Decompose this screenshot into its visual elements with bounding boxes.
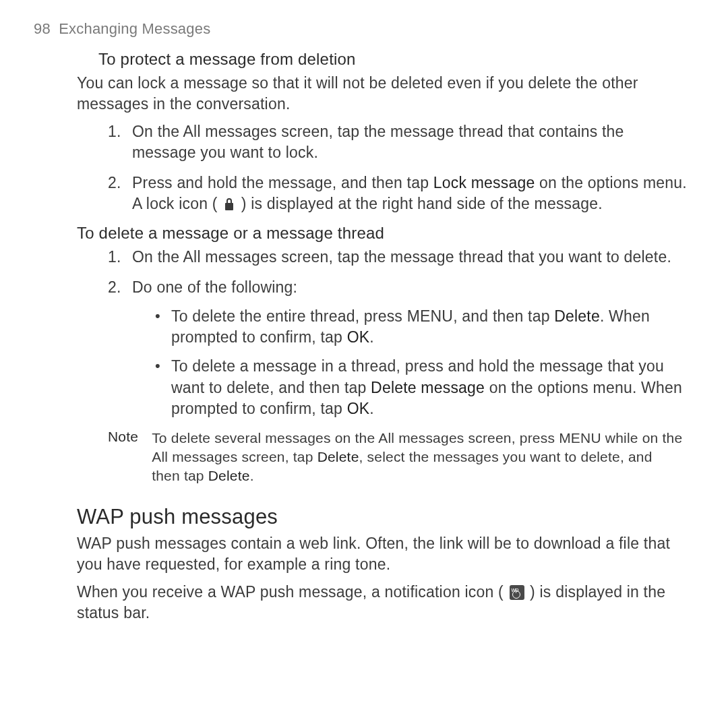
step-text-part: Press and hold the message, and then tap xyxy=(132,174,433,191)
delete-message-label: Delete message xyxy=(371,379,485,396)
step-text: On the All messages screen, tap the mess… xyxy=(132,248,671,266)
delete-bullets: To delete the entire thread, press MENU,… xyxy=(132,306,688,419)
wap-text-part: When you receive a WAP push message, a n… xyxy=(77,583,508,601)
ok-label: OK xyxy=(347,400,370,417)
protect-steps: 1. On the All messages screen, tap the m… xyxy=(77,121,688,214)
delete-step-1: 1. On the All messages screen, tap the m… xyxy=(108,247,688,268)
note-block: Note To delete several messages on the A… xyxy=(77,429,688,486)
lock-icon xyxy=(223,195,235,209)
step-number: 1. xyxy=(108,247,121,268)
step-number: 2. xyxy=(108,173,121,193)
wap-notification-icon xyxy=(510,585,524,600)
delete-step-2: 2. Do one of the following: To delete th… xyxy=(108,277,688,419)
ok-label: OK xyxy=(347,328,370,346)
page-number: 98 xyxy=(34,20,51,37)
delete-bullet-2: To delete a message in a thread, press a… xyxy=(152,356,688,419)
delete-steps: 1. On the All messages screen, tap the m… xyxy=(77,247,688,419)
step-number: 2. xyxy=(108,277,121,298)
bullet-text-part: . xyxy=(369,400,374,417)
wap-heading: WAP push messages xyxy=(77,505,688,529)
step-text: Do one of the following: xyxy=(132,278,297,296)
note-body: To delete several messages on the All me… xyxy=(152,429,684,486)
page-content: To protect a message from deletion You c… xyxy=(34,50,694,624)
lock-message-label: Lock message xyxy=(433,174,535,191)
delete-label: Delete xyxy=(317,449,359,464)
bullet-text-part: To delete the entire thread, press MENU,… xyxy=(171,307,554,325)
chapter-title: Exchanging Messages xyxy=(59,20,210,37)
delete-label: Delete xyxy=(554,307,600,325)
bullet-text-part: . xyxy=(369,328,374,346)
note-label: Note xyxy=(108,429,138,486)
delete-bullet-1: To delete the entire thread, press MENU,… xyxy=(152,306,688,348)
step-number: 1. xyxy=(108,121,121,142)
section-delete-title: To delete a message or a message thread xyxy=(77,224,688,243)
note-text-part: . xyxy=(250,468,254,483)
section-protect-title: To protect a message from deletion xyxy=(77,50,688,69)
wap-para-1: WAP push messages contain a web link. Of… xyxy=(77,533,688,575)
protect-step-2: 2. Press and hold the message, and then … xyxy=(108,173,688,214)
section-protect-intro: You can lock a message so that it will n… xyxy=(77,73,688,115)
step-text-part: ) is displayed at the right hand side of… xyxy=(237,195,603,212)
protect-step-1: 1. On the All messages screen, tap the m… xyxy=(108,121,688,163)
step-text: On the All messages screen, tap the mess… xyxy=(132,123,624,161)
delete-label: Delete xyxy=(208,468,250,483)
wap-para-2: When you receive a WAP push message, a n… xyxy=(77,582,688,624)
page-header: 98 Exchanging Messages xyxy=(34,20,694,38)
